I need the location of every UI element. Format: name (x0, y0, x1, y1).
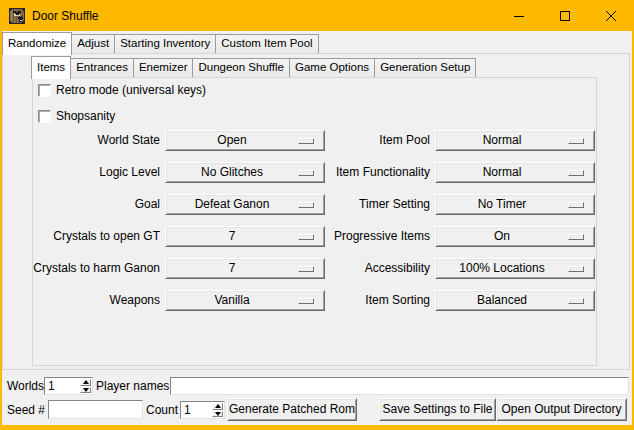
item-sorting-label: Item Sorting (280, 290, 430, 311)
worlds-spinbox[interactable] (44, 377, 93, 395)
maximize-button[interactable] (542, 0, 588, 31)
window-body: Randomize Adjust Starting Inventory Cust… (2, 31, 632, 425)
worlds-spin-buttons (80, 379, 91, 393)
count-label: Count (134, 403, 178, 417)
spin-up-icon (215, 404, 221, 408)
count-spinbox[interactable] (180, 401, 225, 419)
crystals-ganon-label: Crystals to harm Ganon (10, 258, 160, 279)
close-button[interactable] (588, 0, 634, 31)
shopsanity-checkbox-box[interactable] (38, 110, 51, 123)
dropdown-indicator-icon (568, 266, 584, 272)
worlds-spin-down-button[interactable] (80, 387, 91, 394)
world-state-label: World State (10, 130, 160, 151)
generate-patched-rom-button[interactable]: Generate Patched Rom (227, 398, 357, 421)
spin-up-icon (83, 380, 89, 384)
door-shuffle-app-icon (9, 8, 25, 24)
progressive-items-dropdown[interactable]: On (435, 226, 595, 247)
weapons-label: Weapons (10, 290, 160, 311)
item-pool-label: Item Pool (280, 130, 430, 151)
count-input[interactable] (181, 402, 211, 418)
seed-label: Seed # (2, 403, 45, 417)
retro-mode-checkbox-box[interactable] (38, 84, 51, 97)
tab-items[interactable]: Items (31, 56, 71, 79)
save-settings-button[interactable]: Save Settings to File (379, 398, 496, 421)
retro-mode-checkbox-label: Retro mode (universal keys) (56, 83, 206, 97)
progressive-items-label: Progressive Items (280, 226, 430, 247)
logic-level-label: Logic Level (10, 162, 160, 183)
world-state-value: Open (217, 133, 246, 147)
item-pool-dropdown[interactable]: Normal (435, 130, 595, 151)
tab-randomize[interactable]: Randomize (2, 32, 72, 55)
items-tab-panel (32, 77, 597, 366)
logic-level-value: No Glitches (201, 165, 263, 179)
weapons-value: Vanilla (214, 293, 249, 307)
item-functionality-value: Normal (483, 165, 522, 179)
seed-input[interactable] (49, 401, 142, 418)
worlds-label: Worlds (2, 379, 44, 393)
minimize-button[interactable] (496, 0, 542, 31)
item-sorting-dropdown[interactable]: Balanced (435, 290, 595, 311)
settings-tab-bar: Items Entrances Enemizer Dungeon Shuffle… (31, 55, 475, 78)
spin-down-icon (215, 412, 221, 416)
retro-mode-checkbox[interactable]: Retro mode (universal keys) (38, 83, 206, 97)
caption-buttons (496, 0, 634, 31)
tab-enemizer[interactable]: Enemizer (133, 58, 194, 77)
dropdown-indicator-icon (568, 298, 584, 304)
tab-entrances[interactable]: Entrances (70, 58, 134, 77)
goal-value: Defeat Ganon (195, 197, 270, 211)
main-tab-bar: Randomize Adjust Starting Inventory Cust… (2, 31, 318, 54)
app-window: Door Shuffle Randomize Adjust Starting I… (0, 0, 634, 430)
accessibility-label: Accessibility (280, 258, 430, 279)
crystals-gt-label: Crystals to open GT (10, 226, 160, 247)
title-bar: Door Shuffle (0, 0, 634, 31)
crystals-gt-value: 7 (229, 229, 236, 243)
count-spin-buttons (212, 403, 223, 417)
tab-generation-setup[interactable]: Generation Setup (374, 58, 476, 77)
progressive-items-value: On (494, 229, 510, 243)
spin-down-icon (83, 388, 89, 392)
worlds-spin-up-button[interactable] (80, 379, 91, 386)
dropdown-indicator-icon (568, 170, 584, 176)
dropdown-indicator-icon (568, 234, 584, 240)
player-names-entry[interactable] (170, 377, 629, 395)
tab-custom-item-pool[interactable]: Custom Item Pool (215, 34, 318, 53)
tab-game-options[interactable]: Game Options (289, 58, 375, 77)
tab-starting-inventory[interactable]: Starting Inventory (114, 34, 216, 53)
minimize-icon (514, 11, 524, 21)
item-sorting-value: Balanced (477, 293, 527, 307)
count-spin-up-button[interactable] (212, 403, 223, 410)
dropdown-indicator-icon (568, 202, 584, 208)
timer-setting-value: No Timer (478, 197, 527, 211)
timer-setting-label: Timer Setting (280, 194, 430, 215)
timer-setting-dropdown[interactable]: No Timer (435, 194, 595, 215)
item-functionality-label: Item Functionality (280, 162, 430, 183)
worlds-input[interactable] (45, 378, 79, 394)
accessibility-dropdown[interactable]: 100% Locations (435, 258, 595, 279)
open-output-directory-button[interactable]: Open Output Directory (496, 398, 627, 421)
crystals-ganon-value: 7 (229, 261, 236, 275)
accessibility-value: 100% Locations (459, 261, 544, 275)
player-names-label: Player names (96, 379, 168, 393)
close-icon (606, 11, 616, 21)
count-spin-down-button[interactable] (212, 411, 223, 418)
tab-adjust[interactable]: Adjust (71, 34, 115, 53)
item-pool-value: Normal (483, 133, 522, 147)
goal-label: Goal (10, 194, 160, 215)
window-title: Door Shuffle (32, 9, 99, 23)
shopsanity-checkbox[interactable]: Shopsanity (38, 109, 115, 123)
seed-entry[interactable] (48, 400, 143, 419)
item-functionality-dropdown[interactable]: Normal (435, 162, 595, 183)
player-names-input[interactable] (171, 378, 628, 394)
maximize-icon (560, 11, 570, 21)
tab-dungeon-shuffle[interactable]: Dungeon Shuffle (192, 58, 289, 77)
shopsanity-checkbox-label: Shopsanity (56, 109, 115, 123)
dropdown-indicator-icon (568, 138, 584, 144)
